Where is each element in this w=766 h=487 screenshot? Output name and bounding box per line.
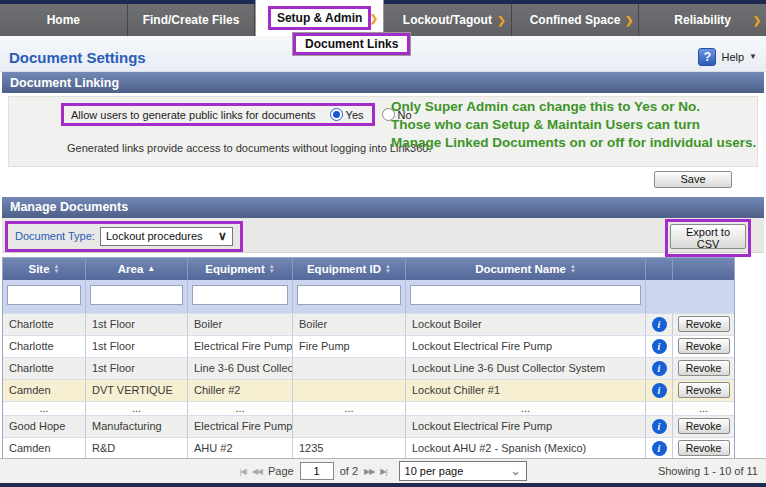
page-number-input[interactable] bbox=[300, 462, 334, 480]
revoke-button[interactable]: Revoke bbox=[678, 360, 730, 376]
manage-documents-title: Manage Documents bbox=[10, 200, 128, 214]
next-page-icon[interactable]: ▶▶ bbox=[364, 467, 374, 476]
admin-note-line-3: Manage Linked Documents on or off for in… bbox=[391, 134, 756, 152]
cell-document-name: Lockout AHU #2 - Spanish (Mexico) bbox=[406, 438, 646, 459]
showing-results-label: Showing 1 - 10 of 11 bbox=[658, 465, 758, 477]
tab-confined-space-label: Confined Space bbox=[530, 13, 621, 27]
generated-links-note: Generated links provide access to docume… bbox=[67, 142, 431, 154]
cell-site: Camden bbox=[3, 438, 86, 459]
sort-icon: ▲▼ bbox=[269, 264, 275, 274]
cell-document-name: Lockout Chiller #1 bbox=[406, 380, 646, 401]
export-to-csv-button[interactable]: Export to CSV bbox=[670, 224, 746, 249]
column-header-site[interactable]: Site ▲▼ bbox=[3, 258, 86, 280]
radio-yes-icon[interactable] bbox=[330, 108, 343, 121]
main-nav: Home Find/Create Files Setup & Admin ❯ L… bbox=[0, 0, 766, 36]
cell-equipment-id bbox=[293, 358, 406, 379]
cell-equipment: Electrical Fire Pump bbox=[188, 336, 293, 357]
column-header-site-label: Site bbox=[28, 263, 49, 275]
cell-ellipsis bbox=[646, 402, 673, 415]
filter-area-input[interactable] bbox=[90, 285, 183, 305]
info-icon[interactable]: i bbox=[652, 419, 667, 434]
filter-equipment-input[interactable] bbox=[192, 285, 288, 305]
cell-area: 1st Floor bbox=[86, 336, 188, 357]
document-type-value: Lockout procedures bbox=[106, 230, 203, 242]
info-icon[interactable]: i bbox=[652, 441, 667, 456]
table-row-highlighted: Camden DVT VERTIQUE Chiller #2 Lockout C… bbox=[3, 379, 734, 401]
revoke-button[interactable]: Revoke bbox=[678, 316, 730, 332]
admin-note-line-2: Those who can Setup & Maintain Users can… bbox=[391, 116, 756, 134]
cell-equipment-id bbox=[293, 380, 406, 401]
tab-find-create-files[interactable]: Find/Create Files bbox=[128, 4, 256, 36]
cell-ellipsis: ... bbox=[86, 402, 188, 415]
cell-document-name: Lockout Electrical Fire Pump bbox=[406, 336, 646, 357]
radio-yes-label: Yes bbox=[346, 109, 364, 121]
column-header-equipment-id[interactable]: Equipment ID ▲▼ bbox=[293, 258, 406, 280]
cell-equipment: AHU #2 bbox=[188, 438, 293, 459]
revoke-button[interactable]: Revoke bbox=[678, 382, 730, 398]
filter-equipment-id-input[interactable] bbox=[297, 285, 401, 305]
column-header-area[interactable]: Area ▲ bbox=[86, 258, 188, 280]
column-header-area-label: Area bbox=[118, 263, 144, 275]
filter-document-name-input[interactable] bbox=[410, 285, 641, 305]
first-page-icon[interactable]: |◀ bbox=[239, 467, 245, 476]
table-row: Good Hope Manufacturing Electrical Fire … bbox=[3, 415, 734, 437]
document-type-select[interactable]: Lockout procedures ∨ bbox=[100, 227, 233, 246]
revoke-button[interactable]: Revoke bbox=[678, 440, 730, 456]
cell-equipment: Chiller #2 bbox=[188, 380, 293, 401]
save-button[interactable]: Save bbox=[654, 171, 732, 188]
per-page-select[interactable]: 10 per page ⌄ bbox=[399, 461, 527, 481]
tab-reliability-label: Reliability bbox=[674, 13, 731, 27]
tab-find-create-files-label: Find/Create Files bbox=[143, 13, 240, 27]
cell-document-name: Lockout Boiler bbox=[406, 314, 646, 335]
cell-equipment-id bbox=[293, 416, 406, 437]
radio-yes[interactable]: Yes bbox=[330, 108, 364, 121]
tab-setup-admin[interactable]: Setup & Admin ❯ bbox=[255, 0, 384, 36]
allow-links-label: Allow users to generate public links for… bbox=[71, 109, 316, 121]
table-row-ellipsis: ... ... ... ... ... ... bbox=[3, 401, 734, 415]
table-header-row: Site ▲▼ Area ▲ Equipment ▲▼ Equipment ID… bbox=[3, 258, 734, 280]
help-menu[interactable]: ? Help ▼ bbox=[698, 42, 757, 66]
bottom-border bbox=[0, 483, 766, 487]
table-footer: |◀ ◀◀ Page of 2 ▶▶ ▶| 10 per page ⌄ Show… bbox=[0, 458, 766, 483]
column-header-equipment-label: Equipment bbox=[205, 263, 264, 275]
revoke-button[interactable]: Revoke bbox=[678, 418, 730, 434]
table-row: Charlotte 1st Floor Boiler Boiler Lockou… bbox=[3, 313, 734, 335]
tab-home-label: Home bbox=[47, 13, 80, 27]
tab-lockout-tagout[interactable]: Lockout/Tagout ❯ bbox=[384, 4, 512, 36]
document-linking-body: Allow users to generate public links for… bbox=[0, 93, 766, 191]
annotation-box-export: Export to CSV bbox=[665, 219, 751, 257]
column-header-info bbox=[646, 258, 673, 280]
manage-documents-section-header: Manage Documents bbox=[2, 197, 764, 218]
tab-reliability[interactable]: Reliability ❯ bbox=[639, 4, 766, 36]
table-row: Charlotte 1st Floor Electrical Fire Pump… bbox=[3, 335, 734, 357]
chevron-right-icon: ❯ bbox=[625, 15, 633, 26]
menu-item-document-links[interactable]: Document Links bbox=[293, 33, 410, 55]
cell-site: Camden bbox=[3, 380, 86, 401]
page-of-label: of 2 bbox=[340, 465, 358, 477]
help-icon[interactable]: ? bbox=[698, 48, 716, 66]
revoke-button[interactable]: Revoke bbox=[678, 338, 730, 354]
manage-documents-toolbar: Document Type: Lockout procedures ∨ Expo… bbox=[2, 218, 764, 253]
column-header-equipment-id-label: Equipment ID bbox=[307, 263, 381, 275]
info-icon[interactable]: i bbox=[652, 339, 667, 354]
tab-confined-space[interactable]: Confined Space ❯ bbox=[512, 4, 640, 36]
documents-table: Site ▲▼ Area ▲ Equipment ▲▼ Equipment ID… bbox=[2, 257, 735, 460]
cell-ellipsis: ... bbox=[406, 402, 646, 415]
info-icon[interactable]: i bbox=[652, 317, 667, 332]
cell-area: 1st Floor bbox=[86, 314, 188, 335]
chevron-down-icon: ∨ bbox=[218, 231, 227, 241]
filter-site-input[interactable] bbox=[7, 285, 81, 305]
column-header-document-name[interactable]: Document Name ▲▼ bbox=[406, 258, 646, 280]
last-page-icon[interactable]: ▶| bbox=[380, 467, 386, 476]
previous-page-icon[interactable]: ◀◀ bbox=[252, 467, 262, 476]
cell-equipment-id: 1235 bbox=[293, 438, 406, 459]
column-header-equipment[interactable]: Equipment ▲▼ bbox=[188, 258, 293, 280]
info-icon[interactable]: i bbox=[652, 361, 667, 376]
cell-equipment: Electrical Fire Pump bbox=[188, 416, 293, 437]
info-icon[interactable]: i bbox=[652, 383, 667, 398]
tab-home[interactable]: Home bbox=[0, 4, 128, 36]
pagination: |◀ ◀◀ Page of 2 ▶▶ ▶| 10 per page ⌄ bbox=[239, 461, 526, 481]
annotation-box-allow-links: Allow users to generate public links for… bbox=[61, 103, 375, 126]
chevron-right-icon: ❯ bbox=[497, 15, 505, 26]
tab-lockout-tagout-label: Lockout/Tagout bbox=[403, 13, 492, 27]
